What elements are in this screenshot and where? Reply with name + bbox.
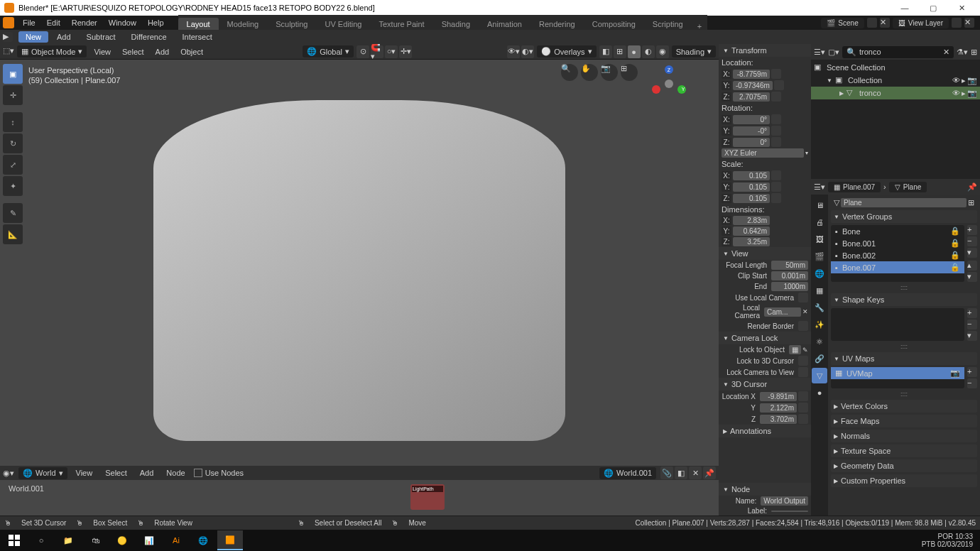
vp-menu-view[interactable]: View <box>89 48 115 56</box>
render-toggle[interactable]: 📷 <box>967 89 977 98</box>
view-layer-selector[interactable]: 🖼 View Layer <box>893 18 949 28</box>
use-nodes-checkbox[interactable] <box>194 469 202 477</box>
loc-x-lock[interactable] <box>771 69 781 79</box>
loc-z-lock[interactable] <box>771 92 781 102</box>
delete-scene-button[interactable]: ✕ <box>880 18 890 28</box>
lightpath-node[interactable]: LightPath <box>410 484 445 510</box>
outliner-display-menu[interactable]: ▢▾ <box>828 48 839 57</box>
cortana-button[interactable]: ○ <box>28 530 54 550</box>
workspace-tab-compositing[interactable]: Compositing <box>584 18 644 31</box>
visibility-toggle[interactable]: 👁 <box>952 89 960 98</box>
tool-rotate[interactable]: ↻ <box>3 133 23 153</box>
vgroup-menu[interactable]: ▾ <box>967 248 977 258</box>
shape-keys-header[interactable]: ▼Shape Keys <box>831 293 977 306</box>
tab-viewlayer[interactable]: 🖼 <box>812 231 827 247</box>
node-menu-view[interactable]: View <box>72 469 97 477</box>
cursorz-field[interactable]: 3.702m <box>760 415 797 424</box>
node-editor[interactable]: World.001 LightPath <box>0 480 719 515</box>
taskbar-chrome[interactable]: 🟡 <box>109 530 135 550</box>
uvmap-list[interactable]: ▦UVMap📷 <box>831 367 964 388</box>
lock-icon[interactable]: 🔒 <box>950 239 960 248</box>
tool-icon[interactable]: ▶ <box>3 32 13 42</box>
node-x[interactable]: ✕ <box>689 467 702 479</box>
uvmap-item[interactable]: ▦UVMap📷 <box>831 367 964 379</box>
tool-move[interactable]: ↕ <box>3 112 23 132</box>
bool-subtract-button[interactable]: Subtract <box>80 31 123 43</box>
cursor-section-header[interactable]: ▼3D Cursor <box>719 378 811 391</box>
menu-edit[interactable]: Edit <box>41 16 66 30</box>
tool-measure[interactable]: 📐 <box>3 224 23 244</box>
section-texspace[interactable]: ▶Texture Space <box>831 444 977 457</box>
vgroup-item[interactable]: ▪Bone.007🔒 <box>831 261 964 273</box>
editor-type-menu[interactable]: ⬚▾ <box>3 46 14 58</box>
expand-toggle[interactable]: ▶ <box>839 90 844 97</box>
bool-intersect-button[interactable]: Intersect <box>175 31 219 43</box>
scale-y-field[interactable]: 0.105 <box>733 182 770 192</box>
snap-menu[interactable]: 🧲▾ <box>371 45 383 58</box>
vp-menu-add[interactable]: Add <box>151 48 174 56</box>
vgroup-item[interactable]: ▪Bone.001🔒 <box>831 237 964 249</box>
scale-z-lock[interactable] <box>771 193 781 203</box>
render-icon[interactable]: 📷 <box>950 369 960 378</box>
outliner-search[interactable]: 🔍 tronco✕ <box>842 46 954 58</box>
3d-viewport[interactable]: ▣ ✛ ↕ ↻ ⤢ ✦ ✎ 📐 User Perspective (Local)… <box>0 60 719 466</box>
tree-collection[interactable]: ▼▣Collection👁▸📷 <box>811 74 980 87</box>
shading-lookdev[interactable]: ◐ <box>642 45 655 58</box>
prop-breadcrumb-left[interactable]: ▦ Plane.007 <box>828 182 881 192</box>
clipstart-field[interactable]: 0.001m <box>771 271 808 280</box>
expand-toggle[interactable]: ▼ <box>827 77 832 84</box>
loc-y-field[interactable]: -0.97346m <box>733 81 773 90</box>
vertex-groups-header[interactable]: ▼Vertex Groups <box>831 210 977 223</box>
rot-x-field[interactable]: 0° <box>733 115 770 124</box>
node-editor-type-menu[interactable]: ◉▾ <box>3 469 14 478</box>
overlays-menu[interactable]: ⚪ Overlays ▾ <box>537 45 596 58</box>
view-section-header[interactable]: ▼View <box>719 247 811 260</box>
localcam-x[interactable]: ✕ <box>802 308 808 315</box>
workspace-tab-scripting[interactable]: Scripting <box>644 18 692 31</box>
grip-icon[interactable]: :::: <box>831 284 977 291</box>
cursory-dot[interactable] <box>798 403 808 413</box>
taskbar-edge[interactable]: 🌐 <box>190 530 216 550</box>
vgroup-item[interactable]: ▪Bone🔒 <box>831 225 964 237</box>
new-scene-button[interactable] <box>867 18 877 28</box>
prop-editor-type-menu[interactable]: ☰▾ <box>814 182 825 192</box>
menu-file[interactable]: File <box>17 16 41 30</box>
workspace-tab-layout[interactable]: Layout <box>178 18 219 31</box>
close-button[interactable]: ✕ <box>947 0 976 16</box>
blender-app-icon[interactable] <box>3 17 14 28</box>
minimize-button[interactable]: — <box>891 0 919 16</box>
mesh-add[interactable]: ⊞ <box>968 198 974 207</box>
tree-scene-collection[interactable]: ▣Scene Collection <box>811 61 980 74</box>
tab-data[interactable]: ▽ <box>812 368 827 383</box>
node-npanel-header[interactable]: ▼Node <box>719 483 811 496</box>
rot-y-lock[interactable] <box>771 126 781 136</box>
vgroup-movedown[interactable]: ▾ <box>967 272 977 282</box>
outliner-new-collection[interactable]: ⊞ <box>971 48 977 57</box>
outliner-type-menu[interactable]: ☰▾ <box>814 48 825 57</box>
shapekey-menu[interactable]: ▾ <box>967 331 977 341</box>
vp-menu-select[interactable]: Select <box>118 48 148 56</box>
shading-rendered[interactable]: ◉ <box>656 45 669 58</box>
xray-toggle[interactable]: ◧ <box>599 45 612 58</box>
tab-material[interactable]: ● <box>812 385 827 400</box>
vgroup-moveup[interactable]: ▴ <box>967 261 977 271</box>
gizmo-menu[interactable]: ✛▾ <box>399 45 412 58</box>
zoom-button[interactable]: 🔍 <box>561 64 578 81</box>
taskbar-blender[interactable]: 🟧 <box>217 530 243 550</box>
lock-icon[interactable]: 🔒 <box>950 251 960 260</box>
dim-y-field[interactable]: 0.642m <box>733 227 770 236</box>
lockcursor-check[interactable] <box>798 356 808 366</box>
taskbar-illustrator[interactable]: Ai <box>163 530 189 550</box>
node-menu-select[interactable]: Select <box>101 469 131 477</box>
cursorz-dot[interactable] <box>798 414 808 424</box>
lock-icon[interactable]: 🔒 <box>950 263 960 272</box>
tab-output[interactable]: 🖨 <box>812 214 827 230</box>
workspace-tab-shading[interactable]: Shading <box>433 18 479 31</box>
uvmaps-header[interactable]: ▼UV Maps <box>831 352 977 365</box>
section-vertexcolors[interactable]: ▶Vertex Colors <box>831 400 977 413</box>
tool-transform[interactable]: ✦ <box>3 176 23 196</box>
grip-icon[interactable]: :::: <box>831 391 977 398</box>
menu-render[interactable]: Render <box>66 16 103 30</box>
workspace-tab-rendering[interactable]: Rendering <box>530 18 584 31</box>
workspace-tab-sculpting[interactable]: Sculpting <box>267 18 316 31</box>
